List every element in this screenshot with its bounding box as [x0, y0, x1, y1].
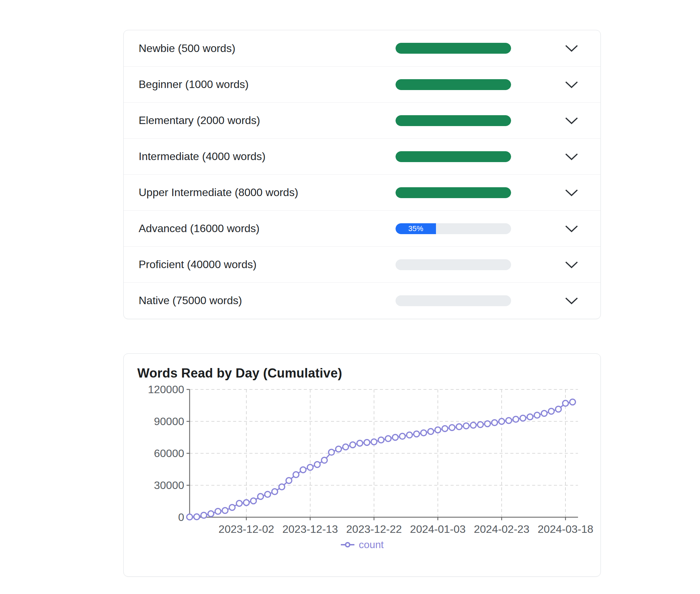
level-row-intermediate[interactable]: Intermediate (4000 words): [124, 138, 600, 174]
svg-text:2023-12-22: 2023-12-22: [346, 523, 402, 535]
level-label: Beginner (1000 words): [124, 78, 396, 91]
svg-text:60000: 60000: [154, 447, 184, 459]
level-label: Elementary (2000 words): [124, 114, 396, 127]
progress-bar: [396, 115, 511, 126]
svg-text:90000: 90000: [154, 415, 184, 427]
level-label: Newbie (500 words): [124, 42, 396, 55]
level-row-beginner[interactable]: Beginner (1000 words): [124, 66, 600, 102]
progress-bar: [396, 295, 511, 306]
svg-text:2024-02-23: 2024-02-23: [474, 523, 529, 535]
progress-bar: [396, 151, 511, 162]
svg-text:2023-12-13: 2023-12-13: [282, 523, 338, 535]
chart-legend: count: [124, 539, 600, 551]
level-row-upper-intermediate[interactable]: Upper Intermediate (8000 words): [124, 174, 600, 210]
chevron-down-icon[interactable]: [565, 152, 578, 161]
chevron-down-icon[interactable]: [565, 188, 578, 197]
legend-label: count: [359, 539, 384, 551]
level-row-advanced[interactable]: Advanced (16000 words) 35%: [124, 210, 600, 246]
progress-percent-label: 35%: [408, 225, 423, 232]
progress-bar: 35%: [396, 223, 511, 234]
svg-text:2024-01-03: 2024-01-03: [410, 523, 466, 535]
svg-text:2023-12-02: 2023-12-02: [218, 523, 274, 535]
words-read-chart-card: Words Read by Day (Cumulative) 030000600…: [123, 353, 601, 577]
svg-text:2024-03-18: 2024-03-18: [538, 523, 593, 535]
svg-text:30000: 30000: [154, 479, 184, 491]
progress-bar: [396, 187, 511, 198]
chart-title: Words Read by Day (Cumulative): [137, 366, 600, 381]
progress-bar: [396, 43, 511, 54]
chevron-down-icon[interactable]: [565, 80, 578, 89]
chevron-down-icon[interactable]: [565, 296, 578, 305]
level-row-elementary[interactable]: Elementary (2000 words): [124, 102, 600, 138]
level-row-native[interactable]: Native (75000 words): [124, 282, 600, 318]
chevron-down-icon[interactable]: [565, 44, 578, 53]
level-row-proficient[interactable]: Proficient (40000 words): [124, 246, 600, 282]
level-label: Proficient (40000 words): [124, 258, 396, 271]
level-row-newbie[interactable]: Newbie (500 words): [124, 30, 600, 66]
svg-text:120000: 120000: [148, 383, 184, 396]
chevron-down-icon[interactable]: [565, 224, 578, 233]
progress-bar: [396, 79, 511, 90]
level-label: Intermediate (4000 words): [124, 150, 396, 163]
level-label: Advanced (16000 words): [124, 222, 396, 235]
svg-text:0: 0: [178, 511, 184, 523]
chevron-down-icon[interactable]: [565, 116, 578, 125]
level-label: Upper Intermediate (8000 words): [124, 186, 396, 199]
cumulative-line-chart: 03000060000900001200002023-12-022023-12-…: [124, 383, 601, 535]
legend-line-marker-icon: [340, 541, 355, 548]
progress-bar: [396, 259, 511, 270]
vocabulary-levels-card: Newbie (500 words) Beginner (1000 words)…: [123, 30, 601, 319]
level-label: Native (75000 words): [124, 294, 396, 307]
chevron-down-icon[interactable]: [565, 260, 578, 269]
